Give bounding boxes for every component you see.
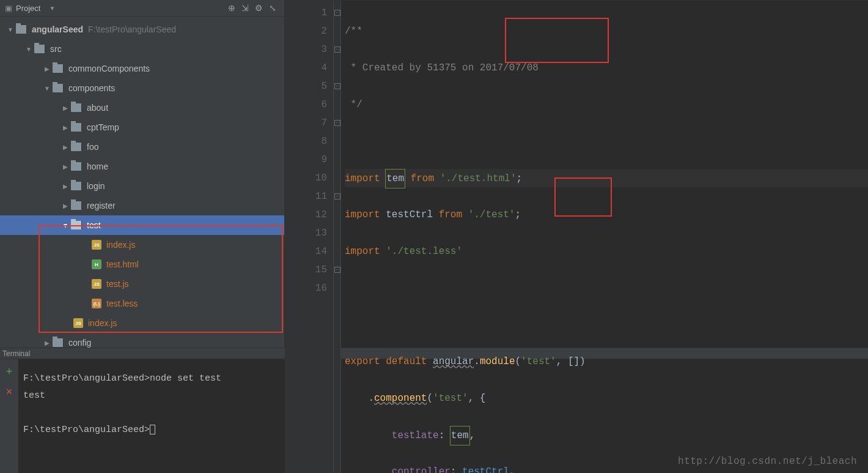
tree-label: register — [87, 201, 116, 210]
folder-icon — [71, 182, 82, 190]
hide-icon[interactable]: ⤡ — [269, 3, 276, 13]
tree-folder-home[interactable]: ▶ home — [0, 157, 284, 176]
tree-label: about — [87, 103, 108, 113]
chevron-right-icon[interactable]: ▶ — [43, 65, 51, 72]
tree-folder-cpttemp[interactable]: ▶ cptTemp — [0, 117, 284, 137]
cursor — [150, 425, 155, 434]
code-editor[interactable]: 12345678910111213141516 − − − − − − /** … — [285, 1, 868, 473]
folder-icon — [53, 338, 64, 347]
tree-folder-commoncomponents[interactable]: ▶ commonComponents — [0, 59, 284, 78]
chevron-right-icon[interactable]: ▶ — [61, 105, 70, 111]
tree-folder-about[interactable]: ▶ about — [0, 98, 284, 117]
js-file-icon: JS — [73, 318, 83, 328]
chevron-right-icon[interactable]: ▶ — [61, 144, 70, 151]
fold-icon[interactable]: − — [334, 10, 340, 16]
tree-file-index-js[interactable]: JS index.js — [0, 235, 284, 255]
chevron-down-icon[interactable]: ▼ — [61, 222, 70, 229]
tree-label: test.less — [106, 299, 138, 308]
tree-label: login — [87, 181, 105, 191]
folder-icon — [71, 221, 82, 229]
tree-label: config — [68, 338, 91, 348]
chevron-right-icon[interactable]: ▶ — [61, 183, 70, 190]
tree-label: test.html — [106, 259, 139, 269]
fold-icon[interactable]: − — [334, 120, 340, 126]
tree-folder-register[interactable]: ▶ register — [0, 196, 284, 215]
plus-icon[interactable]: + — [6, 365, 13, 378]
close-icon[interactable]: × — [6, 385, 13, 398]
tree-file-src-index-js[interactable]: JS index.js — [0, 313, 284, 333]
folder-icon — [53, 64, 64, 73]
chevron-down-icon[interactable]: ▼ — [49, 5, 55, 12]
tree-file-test-js[interactable]: JS test.js — [0, 274, 284, 294]
folder-icon — [71, 123, 82, 132]
tree-file-test-less[interactable]: {L} test.less — [0, 294, 284, 313]
tree-folder-components[interactable]: ▼ components — [0, 78, 284, 98]
tree-label: angularSeed — [32, 24, 83, 34]
tree-folder-src[interactable]: ▼ src — [0, 39, 284, 59]
fold-icon[interactable]: − — [334, 193, 340, 199]
folder-icon — [71, 162, 82, 171]
editor-area: JS set.js × JS test\index.js × JS bar.js… — [285, 0, 868, 348]
fold-icon[interactable]: − — [334, 83, 340, 89]
gear-icon[interactable]: ⚙ — [255, 3, 263, 13]
chevron-down-icon[interactable]: ▼ — [43, 85, 51, 92]
folder-icon — [71, 103, 82, 112]
chevron-right-icon[interactable]: ▶ — [61, 203, 70, 209]
project-sidebar: ▣ Project ▼ ⊕ ⇲ ⚙ ⤡ ▼ angularSeed F:\tes… — [0, 0, 285, 348]
chevron-right-icon[interactable]: ▶ — [61, 163, 70, 170]
tree-file-test-html[interactable]: H test.html — [0, 255, 284, 274]
tree-label: commonComponents — [68, 64, 150, 73]
js-file-icon: JS — [92, 279, 101, 289]
tree-label: components — [68, 83, 115, 93]
fold-gutter: − − − − − − — [334, 1, 341, 473]
tree-path: F:\testPro\angularSeed — [88, 24, 176, 34]
tree-label: index.js — [88, 318, 117, 328]
tree-folder-config[interactable]: ▶ config — [0, 333, 284, 348]
chevron-down-icon[interactable]: ▼ — [24, 46, 33, 53]
js-file-icon: JS — [92, 240, 101, 250]
terminal-toolbar: + × — [0, 359, 18, 473]
collapse-all-icon[interactable]: ⇲ — [241, 3, 249, 13]
folder-icon — [71, 143, 82, 151]
folder-icon — [16, 25, 27, 34]
folder-icon — [71, 201, 82, 210]
locate-icon[interactable]: ⊕ — [228, 3, 235, 13]
less-file-icon: {L} — [92, 299, 101, 308]
folder-icon — [53, 84, 64, 92]
project-tree[interactable]: ▼ angularSeed F:\testPro\angularSeed ▼ s… — [0, 17, 284, 348]
tree-label: home — [87, 162, 108, 171]
chevron-right-icon[interactable]: ▶ — [43, 340, 51, 346]
code-content[interactable]: /** * Created by 51375 on 2017/07/08 */ … — [341, 1, 868, 473]
sidebar-header: ▣ Project ▼ ⊕ ⇲ ⚙ ⤡ — [0, 0, 284, 17]
html-file-icon: H — [92, 259, 101, 269]
tree-label: src — [50, 44, 62, 54]
tree-label: test.js — [106, 279, 129, 289]
tree-label: test — [87, 220, 101, 230]
watermark: http://blog.csdn.net/j_bleach — [678, 456, 857, 467]
fold-icon[interactable]: − — [334, 267, 340, 273]
project-tool-icon: ▣ — [5, 4, 12, 13]
tree-folder-test[interactable]: ▼ test — [0, 215, 284, 235]
tree-label: index.js — [106, 240, 135, 250]
tree-label: cptTemp — [87, 122, 119, 132]
sidebar-title: Project — [16, 4, 40, 13]
tree-label: foo — [87, 142, 98, 152]
tree-folder-login[interactable]: ▶ login — [0, 176, 284, 196]
fold-icon[interactable]: − — [334, 47, 340, 53]
line-gutter: 12345678910111213141516 — [285, 1, 334, 473]
tree-root[interactable]: ▼ angularSeed F:\testPro\angularSeed — [0, 20, 284, 39]
folder-icon — [34, 45, 45, 53]
chevron-down-icon[interactable]: ▼ — [6, 26, 15, 33]
tree-folder-foo[interactable]: ▶ foo — [0, 137, 284, 157]
chevron-right-icon[interactable]: ▶ — [61, 124, 70, 131]
